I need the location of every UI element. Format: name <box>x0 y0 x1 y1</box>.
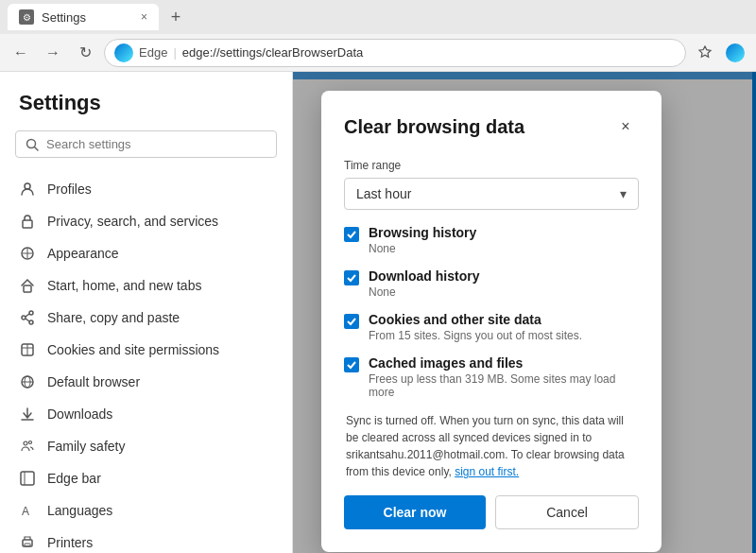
svg-point-8 <box>29 320 33 324</box>
family-icon <box>19 438 36 455</box>
sidebar-item-family-safety[interactable]: Family safety <box>0 430 292 462</box>
svg-rect-24 <box>25 544 30 546</box>
edge-profile-button[interactable] <box>722 40 748 66</box>
sidebar-item-downloads[interactable]: Downloads <box>0 398 292 430</box>
browsing-history-text: Browsing history None <box>369 225 476 255</box>
edge-bar-icon <box>19 470 36 487</box>
svg-line-9 <box>26 314 29 317</box>
printers-icon <box>19 534 36 551</box>
sidebar-item-label: Family safety <box>47 439 125 454</box>
tab-close-button[interactable]: × <box>141 10 147 24</box>
cached-images-item[interactable]: Cached images and files Frees up less th… <box>344 355 639 399</box>
sidebar-item-label: Share, copy and paste <box>47 310 180 325</box>
new-tab-button[interactable]: + <box>163 4 189 30</box>
forward-button[interactable]: → <box>40 40 66 66</box>
cookies-sublabel: From 15 sites. Signs you out of most sit… <box>369 329 582 342</box>
sidebar-item-label: Privacy, search, and services <box>47 214 218 229</box>
svg-point-19 <box>29 441 32 444</box>
sidebar-item-label: Start, home, and new tabs <box>47 278 201 293</box>
sidebar-item-appearance[interactable]: Appearance <box>0 237 292 269</box>
sidebar-item-profiles[interactable]: Profiles <box>0 173 292 205</box>
browsing-history-label: Browsing history <box>369 225 476 240</box>
cookies-checkbox[interactable] <box>344 314 359 329</box>
download-history-item[interactable]: Download history None <box>344 268 639 299</box>
cached-images-text: Cached images and files Frees up less th… <box>369 355 639 399</box>
profiles-icon <box>19 181 36 198</box>
time-range-select[interactable]: Last hour ▾ <box>344 178 639 210</box>
cancel-button[interactable]: Cancel <box>495 495 639 529</box>
svg-rect-5 <box>24 285 31 292</box>
favorites-button[interactable] <box>692 40 718 66</box>
sidebar-item-label: Cookies and site permissions <box>47 342 219 357</box>
svg-point-2 <box>25 183 30 189</box>
time-range-label: Time range <box>344 159 639 172</box>
svg-rect-20 <box>21 472 34 485</box>
sidebar: Settings Profiles Privacy, search, and s… <box>0 72 293 553</box>
sidebar-item-label: Edge bar <box>47 471 101 486</box>
svg-point-6 <box>29 311 33 315</box>
browsing-history-checkbox[interactable] <box>344 227 359 242</box>
star-icon <box>697 45 713 60</box>
cookies-icon <box>19 341 36 358</box>
svg-point-18 <box>24 441 27 445</box>
sidebar-item-default-browser[interactable]: Default browser <box>0 366 292 398</box>
cookies-label: Cookies and other site data <box>369 312 582 327</box>
sidebar-item-edge-bar[interactable]: Edge bar <box>0 462 292 494</box>
time-range-value: Last hour <box>356 186 411 201</box>
cookies-text: Cookies and other site data From 15 site… <box>369 312 582 342</box>
sidebar-item-label: Printers <box>47 535 93 550</box>
sidebar-item-label: Default browser <box>47 374 140 389</box>
download-history-label: Download history <box>369 268 479 284</box>
main-layout: Settings Profiles Privacy, search, and s… <box>0 72 756 553</box>
sidebar-item-label: Appearance <box>47 246 119 261</box>
download-history-checkbox[interactable] <box>344 270 359 285</box>
sidebar-item-privacy[interactable]: Privacy, search, and services <box>0 205 292 237</box>
downloads-icon <box>19 406 36 423</box>
sidebar-item-label: Downloads <box>47 406 112 422</box>
share-icon <box>19 309 36 326</box>
sidebar-item-share[interactable]: Share, copy and paste <box>0 302 292 334</box>
search-input[interactable] <box>46 137 266 151</box>
appearance-icon <box>19 245 36 262</box>
cached-images-checkbox[interactable] <box>344 357 359 372</box>
search-box[interactable] <box>15 130 277 158</box>
edge-label: Edge <box>139 45 167 60</box>
sidebar-item-printers[interactable]: Printers <box>0 527 292 553</box>
search-icon <box>26 138 39 151</box>
sidebar-item-start-home[interactable]: Start, home, and new tabs <box>0 269 292 302</box>
browsing-history-sublabel: None <box>369 242 476 255</box>
dialog-title: Clear browsing data <box>344 116 524 138</box>
refresh-button[interactable]: ↻ <box>72 40 98 66</box>
dialog-close-button[interactable]: × <box>612 113 639 140</box>
settings-tab[interactable]: ⚙ Settings × <box>8 4 159 30</box>
sidebar-item-languages[interactable]: A Languages <box>0 494 292 527</box>
edge-logo-icon <box>114 43 133 62</box>
sign-out-link[interactable]: sign out first. <box>455 465 519 478</box>
content-area: Clear browsing data × Time range Last ho… <box>293 72 756 553</box>
sync-info-text: Sync is turned off. When you turn on syn… <box>344 412 639 480</box>
svg-point-7 <box>22 316 26 320</box>
svg-rect-3 <box>23 220 32 228</box>
back-button[interactable]: ← <box>8 40 34 66</box>
address-text: edge://settings/clearBrowserData <box>182 45 363 60</box>
svg-text:A: A <box>22 505 29 518</box>
nav-bar: ← → ↻ Edge | edge://settings/clearBrowse… <box>0 34 756 72</box>
settings-tab-label: Settings <box>42 10 86 25</box>
sidebar-item-label: Profiles <box>47 181 92 197</box>
browser-icon <box>19 373 36 390</box>
chevron-down-icon: ▾ <box>620 186 627 201</box>
clear-browsing-data-dialog: Clear browsing data × Time range Last ho… <box>321 91 662 552</box>
cookies-item[interactable]: Cookies and other site data From 15 site… <box>344 312 639 342</box>
settings-tab-icon: ⚙ <box>19 9 34 25</box>
sidebar-item-cookies[interactable]: Cookies and site permissions <box>0 334 292 366</box>
address-bar[interactable]: Edge | edge://settings/clearBrowserData <box>104 39 686 67</box>
edge-profile-icon <box>726 43 745 62</box>
browsing-history-item[interactable]: Browsing history None <box>344 225 639 255</box>
tab-bar: ⚙ Settings × + <box>0 0 756 34</box>
dialog-buttons: Clear now Cancel <box>344 495 639 529</box>
clear-now-button[interactable]: Clear now <box>344 495 486 529</box>
svg-line-1 <box>35 147 39 150</box>
dialog-header: Clear browsing data × <box>344 113 639 140</box>
download-history-sublabel: None <box>369 285 479 299</box>
nav-right-buttons <box>692 40 748 66</box>
